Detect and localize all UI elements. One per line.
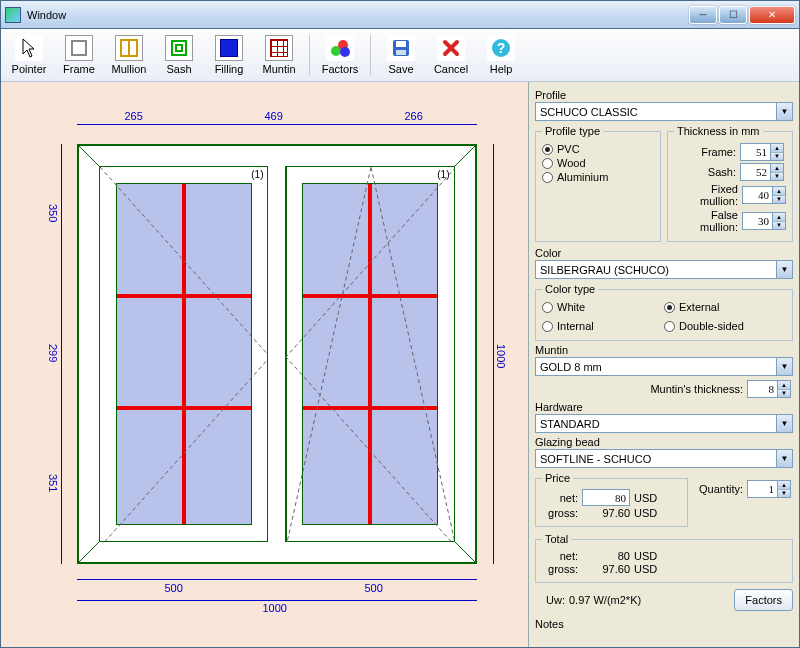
svg-line-13: [100, 357, 268, 541]
color-label: Color: [535, 247, 793, 259]
chevron-down-icon: ▼: [776, 103, 792, 120]
maximize-button[interactable]: ☐: [719, 6, 747, 24]
factors-icon: [326, 35, 354, 61]
svg-line-10: [79, 542, 99, 562]
ptype-wood[interactable]: Wood: [542, 157, 654, 169]
factors-button[interactable]: Factors: [318, 33, 362, 77]
profile-combo[interactable]: SCHUCO CLASSIC ▼: [535, 102, 793, 121]
svg-line-9: [455, 146, 475, 166]
minimize-button[interactable]: ─: [689, 6, 717, 24]
app-icon: [5, 7, 21, 23]
false-mullion-thickness[interactable]: ▲▼: [742, 212, 786, 230]
dim-left-3: 351: [47, 474, 59, 492]
toolbar: Pointer Frame Mullion Sash Filling Munti…: [1, 29, 799, 82]
color-type-group: Color type White External Internal Doubl…: [535, 283, 793, 341]
svg-line-12: [100, 167, 268, 357]
notes-label: Notes: [535, 618, 793, 630]
dim-top-3: 266: [405, 110, 423, 122]
total-group: Total net:80USD gross:97.60USD: [535, 533, 793, 583]
help-button[interactable]: ? Help: [479, 33, 523, 77]
sash-thickness[interactable]: ▲▼: [740, 163, 786, 181]
dim-left-2: 299: [47, 344, 59, 362]
svg-line-16: [286, 167, 371, 541]
svg-line-11: [455, 542, 475, 562]
frame-thickness[interactable]: ▲▼: [740, 143, 786, 161]
profile-label: Profile: [535, 89, 793, 101]
thickness-group: Thickness in mm Frame:▲▼ Sash:▲▼ Fixed m…: [667, 125, 793, 242]
ptype-alu[interactable]: Aluminium: [542, 171, 654, 183]
net-input[interactable]: [582, 489, 630, 506]
total-gross: 97.60: [582, 563, 630, 575]
mullion: [267, 166, 287, 542]
sash-icon: [165, 35, 193, 61]
muntin-thickness[interactable]: ▲▼: [747, 380, 793, 398]
dim-top-1: 265: [125, 110, 143, 122]
cancel-button[interactable]: Cancel: [429, 33, 473, 77]
muntin-icon: [265, 35, 293, 61]
side-panel: Profile SCHUCO CLASSIC ▼ Profile type PV…: [528, 82, 799, 647]
muntin-combo[interactable]: GOLD 8 mm▼: [535, 357, 793, 376]
chevron-down-icon: ▼: [776, 261, 792, 278]
frame-button[interactable]: Frame: [57, 33, 101, 77]
bead-combo[interactable]: SOFTLINE - SCHUCO▼: [535, 449, 793, 468]
bead-label: Glazing bead: [535, 436, 793, 448]
ctype-double[interactable]: Double-sided: [664, 320, 786, 332]
profile-type-group: Profile type PVC Wood Aluminium: [535, 125, 661, 242]
dim-height: 1000: [495, 344, 507, 368]
total-net: 80: [582, 550, 630, 562]
ctype-white[interactable]: White: [542, 301, 664, 313]
sash-right: (1): [285, 166, 455, 542]
ptype-pvc[interactable]: PVC: [542, 143, 654, 155]
svg-line-17: [371, 167, 454, 541]
save-button[interactable]: Save: [379, 33, 423, 77]
save-icon: [387, 35, 415, 61]
svg-rect-4: [396, 41, 406, 47]
price-group: Price net:USD gross:97.60USD: [535, 472, 688, 527]
window-title: Window: [27, 9, 66, 21]
dim-width: 1000: [263, 602, 287, 614]
uw-label: Uw:: [535, 594, 565, 606]
chevron-down-icon: ▼: [776, 415, 792, 432]
hardware-combo[interactable]: STANDARD▼: [535, 414, 793, 433]
mullion-icon: [115, 35, 143, 61]
mullion-button[interactable]: Mullion: [107, 33, 151, 77]
filling-button[interactable]: Filling: [207, 33, 251, 77]
hardware-label: Hardware: [535, 401, 793, 413]
svg-text:?: ?: [497, 40, 506, 56]
chevron-down-icon: ▼: [776, 450, 792, 467]
color-combo[interactable]: SILBERGRAU (SCHUCO)▼: [535, 260, 793, 279]
chevron-down-icon: ▼: [776, 358, 792, 375]
window-frame: (1): [77, 144, 477, 564]
dim-bot-1: 500: [165, 582, 183, 594]
pointer-button[interactable]: Pointer: [7, 33, 51, 77]
window-drawing: 265 469 266 1000 350 299 351 500 500 100…: [25, 104, 505, 614]
frame-icon: [65, 35, 93, 61]
svg-point-2: [340, 47, 350, 57]
ctype-internal[interactable]: Internal: [542, 320, 664, 332]
app-window: Window ─ ☐ ✕ Pointer Frame Mullion Sash …: [0, 0, 800, 648]
factors-panel-button[interactable]: Factors: [734, 589, 793, 611]
titlebar: Window ─ ☐ ✕: [1, 1, 799, 29]
svg-rect-5: [396, 50, 406, 55]
fixed-mullion-thickness[interactable]: ▲▼: [742, 186, 786, 204]
sash-button[interactable]: Sash: [157, 33, 201, 77]
close-button[interactable]: ✕: [749, 6, 795, 24]
qty-spin[interactable]: ▲▼: [747, 480, 793, 498]
cancel-icon: [437, 35, 465, 61]
gross-value: 97.60: [582, 507, 630, 519]
dim-bot-2: 500: [365, 582, 383, 594]
svg-line-14: [286, 167, 454, 357]
pointer-icon: [15, 35, 43, 61]
sash-left: (1): [99, 166, 269, 542]
dim-top-2: 469: [265, 110, 283, 122]
muntin-label: Muntin: [535, 344, 793, 356]
canvas-area[interactable]: 265 469 266 1000 350 299 351 500 500 100…: [1, 82, 528, 647]
svg-line-8: [79, 146, 99, 166]
ctype-external[interactable]: External: [664, 301, 786, 313]
dim-left-1: 350: [47, 204, 59, 222]
muntin-button[interactable]: Muntin: [257, 33, 301, 77]
svg-line-15: [286, 357, 454, 541]
help-icon: ?: [487, 35, 515, 61]
uw-value: 0.97 W/(m2*K): [569, 594, 641, 606]
filling-icon: [215, 35, 243, 61]
